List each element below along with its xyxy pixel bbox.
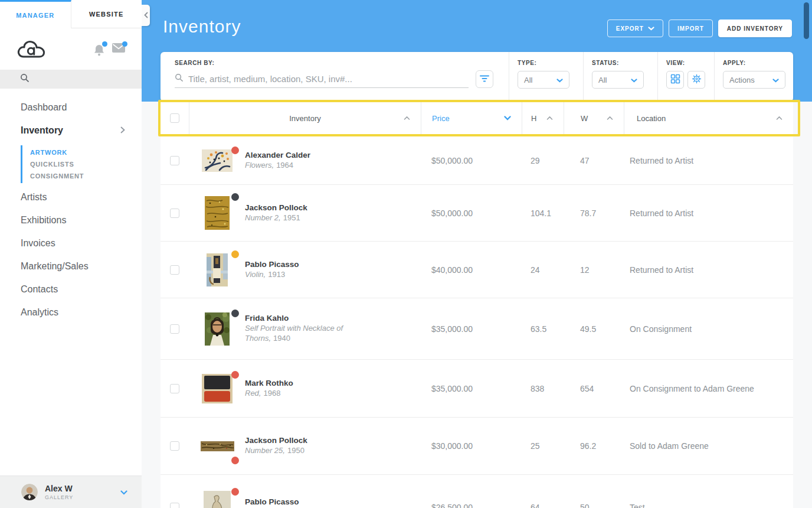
caret-up-icon — [776, 116, 782, 121]
status-dot — [231, 250, 239, 258]
sidebar-subitem-artwork[interactable]: ARTWORK — [30, 146, 142, 158]
sidebar-collapse-button[interactable] — [142, 5, 150, 26]
row-checkbox[interactable] — [170, 265, 179, 275]
artist-name[interactable]: Pablo Picasso — [245, 260, 299, 269]
artist-name[interactable]: Mark Rothko — [245, 379, 293, 387]
tab-website[interactable]: WEBSITE — [71, 0, 142, 28]
tab-manager-label: MANAGER — [16, 12, 54, 19]
column-label: Location — [637, 114, 666, 123]
width-cell: 654 — [564, 360, 624, 417]
inventory-row[interactable]: Frida KahloSelf Portrait with Necklace o… — [161, 298, 793, 360]
height-cell: 838 — [522, 360, 564, 417]
chevron-down-icon — [556, 76, 563, 84]
search-icon — [20, 73, 30, 85]
sidebar-item-inventory[interactable]: Inventory — [21, 125, 142, 136]
status-dropdown[interactable]: All — [592, 71, 644, 89]
artwork-thumbnail[interactable] — [199, 374, 235, 403]
sidebar-item-dashboard[interactable]: Dashboard — [21, 102, 142, 113]
inventory-table-body: Alexander CalderFlowers1964$50,000.00294… — [161, 136, 793, 508]
scrollbar-thumb[interactable] — [804, 2, 809, 39]
row-checkbox[interactable] — [170, 503, 179, 508]
search-input[interactable] — [188, 74, 469, 84]
artwork-title: Red1968 — [245, 389, 293, 399]
sidebar-item-contacts[interactable]: Contacts — [21, 284, 142, 295]
status-value: All — [598, 76, 607, 84]
artist-name[interactable]: Jackson Pollock — [245, 436, 307, 445]
notifications-bell-icon[interactable] — [93, 43, 105, 58]
search-icon — [175, 73, 184, 84]
artist-name[interactable]: Pablo Picasso — [245, 497, 315, 506]
actions-value: Actions — [729, 76, 755, 84]
sidebar-subitem-quicklists[interactable]: QUICKLISTS — [30, 158, 142, 170]
height-cell: 29 — [522, 136, 564, 184]
sidebar-item-invoices[interactable]: Invoices — [21, 237, 142, 249]
artwork-thumbnail[interactable] — [199, 253, 235, 286]
sidebar-item-artists[interactable]: Artists — [21, 191, 142, 203]
row-checkbox[interactable] — [170, 441, 179, 451]
artwork-thumbnail[interactable] — [199, 149, 235, 172]
column-header-location[interactable]: Location — [624, 102, 793, 134]
height-cell: 25 — [522, 418, 564, 474]
row-checkbox[interactable] — [170, 156, 179, 165]
select-all-checkbox[interactable] — [170, 113, 179, 123]
column-header-h[interactable]: H — [522, 102, 564, 134]
row-checkbox[interactable] — [170, 384, 179, 393]
artist-name[interactable]: Jackson Pollock — [245, 203, 307, 212]
sidebar-item-exhibitions[interactable]: Exhibitions — [21, 214, 142, 226]
user-menu[interactable]: Alex W GALLERY — [0, 476, 142, 508]
tab-manager[interactable]: MANAGER — [0, 0, 71, 28]
width-cell: 12 — [564, 242, 624, 298]
row-checkbox[interactable] — [170, 324, 179, 334]
artwork-image — [202, 374, 233, 403]
location-cell: Returned to Artist — [624, 185, 793, 241]
sidebar-item-marketing-sales[interactable]: Marketing/Sales — [21, 260, 142, 272]
menu-label: Marketing/Sales — [21, 261, 89, 272]
column-header-w[interactable]: W — [564, 102, 624, 134]
artist-name[interactable]: Alexander Calder — [245, 151, 310, 159]
type-label: TYPE: — [518, 60, 583, 66]
inventory-submenu: ARTWORK QUICKLISTS CONSIGNMENT — [21, 145, 142, 183]
notification-badge — [102, 41, 107, 47]
apply-section: APPLY: Actions — [714, 52, 793, 102]
artwork-image — [205, 196, 230, 230]
artwork-image — [202, 149, 233, 172]
width-cell: 96.2 — [564, 418, 624, 474]
menu-label: Exhibitions — [21, 215, 66, 226]
grid-view-button[interactable] — [666, 71, 684, 89]
sidebar-item-analytics[interactable]: Analytics — [21, 307, 142, 318]
column-header-price[interactable]: Price — [421, 102, 522, 134]
column-header-inventory[interactable]: Inventory — [189, 102, 421, 134]
artwork-thumbnail[interactable] — [199, 312, 235, 346]
inventory-row[interactable]: Alexander CalderFlowers1964$50,000.00294… — [161, 136, 793, 185]
add-inventory-button[interactable]: ADD INVENTORY — [718, 19, 792, 37]
sidebar-subitem-consignment[interactable]: CONSIGNMENT — [30, 170, 142, 182]
height-cell: 104.1 — [522, 185, 564, 241]
row-checkbox[interactable] — [170, 209, 179, 218]
actions-dropdown[interactable]: Actions — [723, 71, 785, 89]
artist-name[interactable]: Frida Kahlo — [245, 314, 370, 323]
artwork-title: Number 21951 — [245, 213, 307, 223]
inventory-row[interactable]: Jackson PollockNumber 21951$50,000.00104… — [161, 185, 793, 242]
inventory-row[interactable]: Mark RothkoRed1968$35,000.00838654On Con… — [161, 360, 793, 418]
inventory-row[interactable]: Pablo PicassoSeated Bather1930$26,500.00… — [161, 475, 793, 508]
filter-card: SEARCH BY: TYPE: — [161, 52, 793, 102]
view-section: VIEW: — [657, 52, 714, 102]
messages-envelope-icon[interactable] — [112, 43, 125, 58]
filter-button[interactable] — [476, 70, 493, 88]
price-cell: $26,500.00 — [421, 475, 522, 508]
width-cell: 78.7 — [564, 185, 624, 241]
caret-up-icon — [404, 116, 410, 121]
artwork-thumbnail[interactable] — [199, 491, 235, 508]
column-label: Inventory — [289, 114, 320, 123]
export-button[interactable]: EXPORT — [607, 19, 663, 37]
artwork-thumbnail[interactable] — [199, 441, 235, 451]
artwork-thumbnail[interactable] — [199, 196, 235, 230]
artcloud-logo-icon[interactable] — [17, 40, 46, 62]
import-button[interactable]: IMPORT — [669, 19, 713, 37]
table-settings-button[interactable] — [687, 71, 705, 89]
sidebar-search-button[interactable] — [0, 70, 142, 89]
inventory-row[interactable]: Pablo PicassoViolin1913$40,000.002412Ret… — [161, 242, 793, 298]
inventory-row[interactable]: Jackson PollockNumber 251950$30,000.0025… — [161, 418, 793, 475]
type-dropdown[interactable]: All — [518, 71, 569, 89]
price-cell: $40,000.00 — [421, 242, 522, 298]
